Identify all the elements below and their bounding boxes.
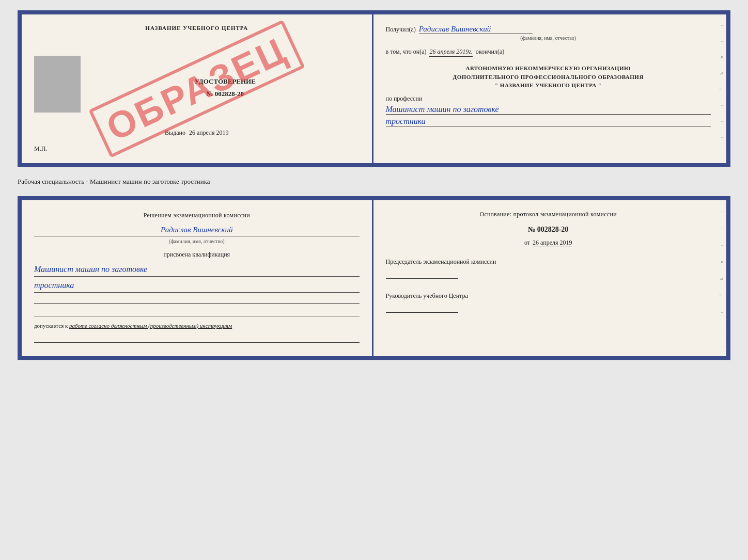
issued-date: 26 апреля 2019 (189, 129, 228, 136)
director-label: Руководитель учебного Центра (386, 291, 711, 300)
protocol-date-value: 26 апреля 2019 (533, 239, 572, 247)
protocol-number: № 002828-20 (386, 226, 711, 234)
right-side-marks-bottom: – – – и ,а ← – – – (719, 200, 723, 356)
qual-value1: Машинист машин по заготовке (34, 263, 360, 277)
date-prefix: в том, что он(а) (386, 48, 427, 56)
commission-name: Радислав Вишневский (34, 223, 360, 236)
top-left-panel: НАЗВАНИЕ УЧЕБНОГО ЦЕНТРА УДОСТОВЕРЕНИЕ №… (22, 14, 373, 163)
date-suffix: окончил(а) (476, 48, 504, 56)
assigned-label: присвоена квалификация (34, 250, 360, 260)
blank-line2 (34, 307, 360, 316)
osnov-label: Основание: протокол экзаменационной коми… (386, 211, 711, 218)
chairman-block: Председатель экзаменационной комиссии (386, 257, 711, 279)
bottom-right-panel: Основание: протокол экзаменационной коми… (373, 200, 727, 356)
mp-label: М.П. (34, 145, 360, 153)
protocol-date: от 26 апреля 2019 (386, 239, 711, 247)
director-block: Руководитель учебного Центра (386, 291, 711, 313)
date-value: 26 апреля 2019г. (429, 48, 472, 57)
org-block: АВТОНОМНУЮ НЕКОММЕРЧЕСКУЮ ОРГАНИЗАЦИЮ ДО… (386, 64, 711, 90)
commission-text: Решением экзаменационной комиссии (34, 211, 360, 220)
top-right-panel: Получил(а) Радислав Вишневский (фамилия,… (373, 14, 727, 163)
date-line: в том, что он(а) 26 апреля 2019г. окончи… (386, 48, 711, 57)
fio-sub: (фамилия, имя, отчество) (34, 237, 360, 246)
top-left-title: НАЗВАНИЕ УЧЕБНОГО ЦЕНТРА (34, 25, 360, 31)
допускается-line: допускается к работе согласно должностны… (34, 322, 360, 331)
blank-line3 (34, 333, 360, 343)
issued-line: Выдано 26 апреля 2019 (34, 129, 360, 137)
org-line1: АВТОНОМНУЮ НЕКОММЕРЧЕСКУЮ ОРГАНИЗАЦИЮ (386, 64, 711, 73)
received-prefix: Получил(а) (386, 26, 416, 34)
bottom-left-panel: Решением экзаменационной комиссии Радисл… (22, 200, 373, 356)
допускается-value: работе согласно должностным (производств… (69, 323, 232, 329)
chairman-label: Председатель экзаменационной комиссии (386, 257, 711, 266)
profession-value1: Машинист машин по заготовке (386, 105, 711, 115)
director-sig-line (386, 302, 458, 313)
cert-label: УДОСТОВЕРЕНИЕ (91, 77, 360, 86)
issued-label: Выдано (165, 129, 185, 136)
chairman-sig-line (386, 268, 458, 279)
profession-value2: тростника (386, 117, 711, 126)
blank-line1 (34, 295, 360, 304)
qual-value2: тростника (34, 279, 360, 293)
fio-sublabel: (фамилия, имя, отчество) (386, 35, 711, 41)
photo-placeholder (34, 56, 81, 113)
cert-number: № 002828-20 (91, 90, 360, 98)
top-document-pair: НАЗВАНИЕ УЧЕБНОГО ЦЕНТРА УДОСТОВЕРЕНИЕ №… (18, 10, 730, 167)
middle-label: Рабочая специальность - Машинист машин п… (18, 175, 730, 188)
recipient-name: Радислав Вишневский (419, 25, 533, 34)
bottom-document-pair: Решением экзаменационной комиссии Радисл… (18, 196, 730, 360)
допускается-prefix: допускается к (34, 323, 68, 329)
org-line2: ДОПОЛНИТЕЛЬНОГО ПРОФЕССИОНАЛЬНОГО ОБРАЗО… (386, 73, 711, 82)
recipient-line: Получил(а) Радислав Вишневский (386, 25, 711, 34)
profession-label: по профессии (386, 95, 711, 103)
bottom-left-content: Решением экзаменационной комиссии Радисл… (34, 211, 360, 343)
org-line3: " НАЗВАНИЕ УЧЕБНОГО ЦЕНТРА " (386, 81, 711, 90)
protocol-date-prefix: от (524, 239, 530, 246)
right-side-marks: – – и ,а ← – – – – (719, 14, 723, 163)
